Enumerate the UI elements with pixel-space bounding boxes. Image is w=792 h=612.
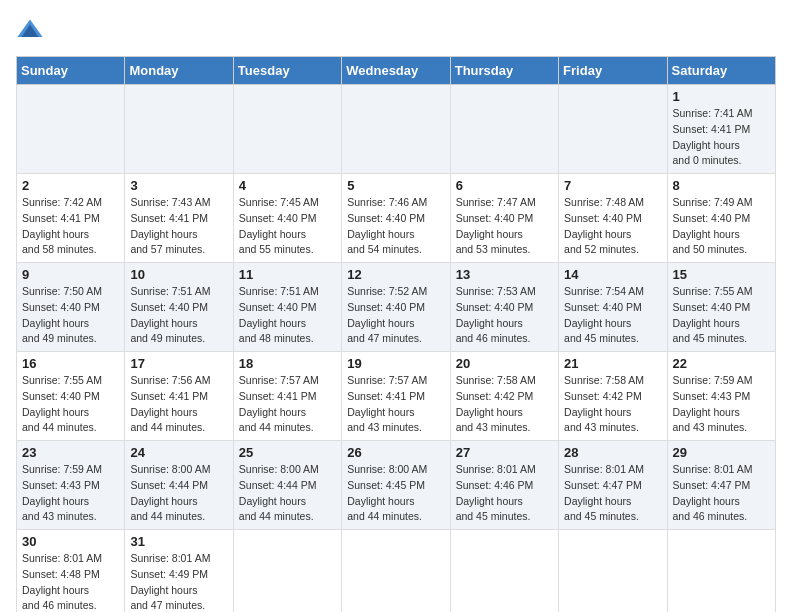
day-number: 26 (347, 445, 444, 460)
day-number: 15 (673, 267, 770, 282)
day-number: 16 (22, 356, 119, 371)
calendar-cell: 26Sunrise: 8:00 AMSunset: 4:45 PMDayligh… (342, 441, 450, 530)
day-number: 12 (347, 267, 444, 282)
weekday-header: Thursday (450, 57, 558, 85)
day-info: Sunrise: 8:00 AMSunset: 4:45 PMDaylight … (347, 462, 444, 525)
day-info: Sunrise: 7:45 AMSunset: 4:40 PMDaylight … (239, 195, 336, 258)
calendar-cell (233, 530, 341, 613)
calendar-cell: 9Sunrise: 7:50 AMSunset: 4:40 PMDaylight… (17, 263, 125, 352)
day-number: 30 (22, 534, 119, 549)
day-number: 5 (347, 178, 444, 193)
calendar-cell (559, 85, 667, 174)
calendar-cell: 18Sunrise: 7:57 AMSunset: 4:41 PMDayligh… (233, 352, 341, 441)
calendar-cell: 13Sunrise: 7:53 AMSunset: 4:40 PMDayligh… (450, 263, 558, 352)
calendar-week: 2Sunrise: 7:42 AMSunset: 4:41 PMDaylight… (17, 174, 776, 263)
calendar-week: 30Sunrise: 8:01 AMSunset: 4:48 PMDayligh… (17, 530, 776, 613)
day-number: 11 (239, 267, 336, 282)
logo (16, 16, 48, 44)
day-number: 22 (673, 356, 770, 371)
day-number: 4 (239, 178, 336, 193)
calendar-cell (450, 530, 558, 613)
calendar-cell: 19Sunrise: 7:57 AMSunset: 4:41 PMDayligh… (342, 352, 450, 441)
day-info: Sunrise: 7:54 AMSunset: 4:40 PMDaylight … (564, 284, 661, 347)
day-info: Sunrise: 7:51 AMSunset: 4:40 PMDaylight … (130, 284, 227, 347)
day-info: Sunrise: 8:01 AMSunset: 4:47 PMDaylight … (673, 462, 770, 525)
calendar-week: 9Sunrise: 7:50 AMSunset: 4:40 PMDaylight… (17, 263, 776, 352)
day-info: Sunrise: 7:48 AMSunset: 4:40 PMDaylight … (564, 195, 661, 258)
day-info: Sunrise: 7:43 AMSunset: 4:41 PMDaylight … (130, 195, 227, 258)
calendar-cell (559, 530, 667, 613)
day-info: Sunrise: 8:01 AMSunset: 4:48 PMDaylight … (22, 551, 119, 612)
calendar-cell: 29Sunrise: 8:01 AMSunset: 4:47 PMDayligh… (667, 441, 775, 530)
day-info: Sunrise: 8:00 AMSunset: 4:44 PMDaylight … (130, 462, 227, 525)
day-number: 19 (347, 356, 444, 371)
calendar-cell: 28Sunrise: 8:01 AMSunset: 4:47 PMDayligh… (559, 441, 667, 530)
day-info: Sunrise: 7:58 AMSunset: 4:42 PMDaylight … (564, 373, 661, 436)
calendar-cell (17, 85, 125, 174)
day-number: 23 (22, 445, 119, 460)
weekday-header: Tuesday (233, 57, 341, 85)
calendar-body: 1Sunrise: 7:41 AMSunset: 4:41 PMDaylight… (17, 85, 776, 613)
calendar-cell: 6Sunrise: 7:47 AMSunset: 4:40 PMDaylight… (450, 174, 558, 263)
weekday-header: Saturday (667, 57, 775, 85)
day-info: Sunrise: 7:59 AMSunset: 4:43 PMDaylight … (22, 462, 119, 525)
calendar-cell: 1Sunrise: 7:41 AMSunset: 4:41 PMDaylight… (667, 85, 775, 174)
day-info: Sunrise: 7:53 AMSunset: 4:40 PMDaylight … (456, 284, 553, 347)
calendar-cell: 10Sunrise: 7:51 AMSunset: 4:40 PMDayligh… (125, 263, 233, 352)
day-number: 2 (22, 178, 119, 193)
day-info: Sunrise: 8:01 AMSunset: 4:46 PMDaylight … (456, 462, 553, 525)
day-number: 1 (673, 89, 770, 104)
calendar-cell: 5Sunrise: 7:46 AMSunset: 4:40 PMDaylight… (342, 174, 450, 263)
day-number: 8 (673, 178, 770, 193)
day-number: 13 (456, 267, 553, 282)
day-number: 31 (130, 534, 227, 549)
calendar-cell: 17Sunrise: 7:56 AMSunset: 4:41 PMDayligh… (125, 352, 233, 441)
day-info: Sunrise: 7:41 AMSunset: 4:41 PMDaylight … (673, 106, 770, 169)
day-number: 21 (564, 356, 661, 371)
calendar-cell: 20Sunrise: 7:58 AMSunset: 4:42 PMDayligh… (450, 352, 558, 441)
day-info: Sunrise: 7:59 AMSunset: 4:43 PMDaylight … (673, 373, 770, 436)
calendar-table: SundayMondayTuesdayWednesdayThursdayFrid… (16, 56, 776, 612)
day-number: 9 (22, 267, 119, 282)
calendar-cell: 24Sunrise: 8:00 AMSunset: 4:44 PMDayligh… (125, 441, 233, 530)
day-info: Sunrise: 7:47 AMSunset: 4:40 PMDaylight … (456, 195, 553, 258)
weekday-header: Monday (125, 57, 233, 85)
day-info: Sunrise: 7:56 AMSunset: 4:41 PMDaylight … (130, 373, 227, 436)
day-number: 27 (456, 445, 553, 460)
calendar-cell: 30Sunrise: 8:01 AMSunset: 4:48 PMDayligh… (17, 530, 125, 613)
calendar-week: 16Sunrise: 7:55 AMSunset: 4:40 PMDayligh… (17, 352, 776, 441)
calendar-cell (233, 85, 341, 174)
day-number: 7 (564, 178, 661, 193)
calendar-cell: 14Sunrise: 7:54 AMSunset: 4:40 PMDayligh… (559, 263, 667, 352)
day-info: Sunrise: 7:49 AMSunset: 4:40 PMDaylight … (673, 195, 770, 258)
day-number: 20 (456, 356, 553, 371)
day-info: Sunrise: 7:42 AMSunset: 4:41 PMDaylight … (22, 195, 119, 258)
calendar-cell: 15Sunrise: 7:55 AMSunset: 4:40 PMDayligh… (667, 263, 775, 352)
day-info: Sunrise: 8:00 AMSunset: 4:44 PMDaylight … (239, 462, 336, 525)
day-info: Sunrise: 7:52 AMSunset: 4:40 PMDaylight … (347, 284, 444, 347)
day-number: 18 (239, 356, 336, 371)
day-info: Sunrise: 7:55 AMSunset: 4:40 PMDaylight … (673, 284, 770, 347)
day-info: Sunrise: 7:51 AMSunset: 4:40 PMDaylight … (239, 284, 336, 347)
day-info: Sunrise: 8:01 AMSunset: 4:49 PMDaylight … (130, 551, 227, 612)
calendar-header: SundayMondayTuesdayWednesdayThursdayFrid… (17, 57, 776, 85)
calendar-cell: 21Sunrise: 7:58 AMSunset: 4:42 PMDayligh… (559, 352, 667, 441)
day-info: Sunrise: 7:57 AMSunset: 4:41 PMDaylight … (347, 373, 444, 436)
day-number: 24 (130, 445, 227, 460)
day-info: Sunrise: 7:58 AMSunset: 4:42 PMDaylight … (456, 373, 553, 436)
page-header (16, 16, 776, 44)
calendar-cell: 12Sunrise: 7:52 AMSunset: 4:40 PMDayligh… (342, 263, 450, 352)
day-number: 17 (130, 356, 227, 371)
weekday-header: Sunday (17, 57, 125, 85)
day-number: 3 (130, 178, 227, 193)
calendar-cell: 3Sunrise: 7:43 AMSunset: 4:41 PMDaylight… (125, 174, 233, 263)
calendar-cell: 16Sunrise: 7:55 AMSunset: 4:40 PMDayligh… (17, 352, 125, 441)
day-number: 28 (564, 445, 661, 460)
calendar-cell: 22Sunrise: 7:59 AMSunset: 4:43 PMDayligh… (667, 352, 775, 441)
calendar-cell: 23Sunrise: 7:59 AMSunset: 4:43 PMDayligh… (17, 441, 125, 530)
calendar-week: 1Sunrise: 7:41 AMSunset: 4:41 PMDaylight… (17, 85, 776, 174)
calendar-cell (342, 530, 450, 613)
day-info: Sunrise: 8:01 AMSunset: 4:47 PMDaylight … (564, 462, 661, 525)
weekday-row: SundayMondayTuesdayWednesdayThursdayFrid… (17, 57, 776, 85)
calendar-cell: 4Sunrise: 7:45 AMSunset: 4:40 PMDaylight… (233, 174, 341, 263)
